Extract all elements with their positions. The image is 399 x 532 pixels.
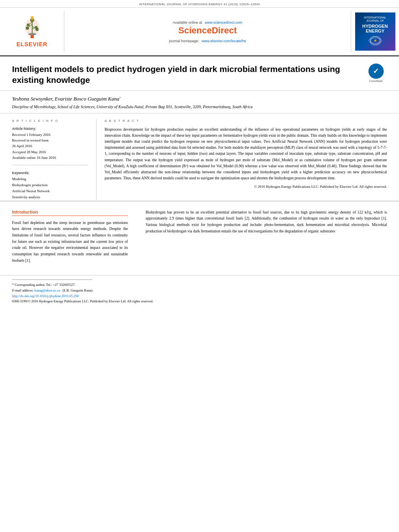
journal-homepage-url[interactable]: www.elsevier.com/locate/he xyxy=(202,39,246,43)
divider xyxy=(12,165,88,165)
crossmark-label: CrossMark xyxy=(369,80,383,82)
svg-point-17 xyxy=(374,39,376,41)
affiliation-text: Discipline of Microbiology, School of Li… xyxy=(12,104,387,110)
keyword-modeling: Modeling xyxy=(12,176,88,182)
abstract-header: A B S T R A C T xyxy=(105,119,387,123)
elsevier-logo-area: ELSEVIER xyxy=(0,11,64,52)
keywords-label: Keywords: xyxy=(12,171,88,175)
introduction-heading: Introduction xyxy=(12,210,128,216)
center-header: Available online at www.sciencedirect.co… xyxy=(64,11,351,52)
journal-title-text: INTERNATIONAL JOURNAL OF HYDROGEN ENERGY… xyxy=(139,2,260,6)
header-section: ELSEVIER Available online at www.science… xyxy=(0,8,399,56)
intro-left-text: Fossil fuel depletion and the steep incr… xyxy=(12,220,128,264)
svg-point-7 xyxy=(26,27,29,30)
authors-text: Yeshona Sewsynker, Evariste Bosco Guegui… xyxy=(12,96,121,102)
journal-logo-box: International Journal of HYDROGEN ENERGY xyxy=(355,12,395,51)
authors-line: Yeshona Sewsynker, Evariste Bosco Guegui… xyxy=(12,96,387,102)
article-info-column: A R T I C L E I N F O Article history: R… xyxy=(12,119,97,201)
two-column-section: A R T I C L E I N F O Article history: R… xyxy=(0,113,399,201)
doi-link[interactable]: http://dx.doi.org/10.1016/j.ijhydene.201… xyxy=(12,294,387,299)
introduction-section: Introduction Fossil fuel depletion and t… xyxy=(0,201,399,275)
accepted-date: Accepted 28 May 2016 xyxy=(12,149,88,155)
email-footnote: E-mail address: kanag@ukzn.ac.za (E.B. G… xyxy=(12,288,387,294)
abstract-copyright: © 2016 Hydrogen Energy Publications LLC.… xyxy=(105,185,387,189)
abstract-column: A B S T R A C T Bioprocess development f… xyxy=(97,119,387,201)
history-label: Article history: xyxy=(12,127,88,131)
journal-header-bar: INTERNATIONAL JOURNAL OF HYDROGEN ENERGY… xyxy=(0,0,399,8)
bottom-copyright: 0360-3199/© 2016 Hydrogen Energy Publica… xyxy=(12,299,387,304)
keyword-biohydrogen: Biohydrogen production xyxy=(12,182,88,188)
journal-homepage: journal homepage: www.elsevier.com/locat… xyxy=(169,39,246,43)
keyword-sensitivity: Sensitivity analysis xyxy=(12,194,88,200)
journal-logo-line2: HYDROGEN xyxy=(362,24,388,29)
revised-label: Received in revised form xyxy=(12,138,88,143)
authors-section: Yeshona Sewsynker, Evariste Bosco Guegui… xyxy=(0,91,399,113)
intro-right-column: Biohydrogen has proven to be an excellen… xyxy=(137,210,387,267)
crossmark-icon[interactable]: ✓ xyxy=(368,64,384,79)
corresponding-note: * Corresponding author. Tel.: +27 332605… xyxy=(12,282,387,288)
svg-point-9 xyxy=(27,23,29,26)
email-link[interactable]: kanag@ukzn.ac.za xyxy=(34,288,60,292)
sciencedirect-url[interactable]: www.sciencedirect.com xyxy=(205,21,243,25)
received-date: Received 1 February 2016 xyxy=(12,132,88,138)
article-title-section: Intelligent models to predict hydrogen y… xyxy=(0,56,399,91)
intro-left-column: Introduction Fossil fuel depletion and t… xyxy=(12,210,137,267)
footer-section: * Corresponding author. Tel.: +27 332605… xyxy=(0,275,399,307)
crossmark-badge[interactable]: ✓ CrossMark xyxy=(365,64,387,82)
intro-right-text: Biohydrogen has proven to be an excellen… xyxy=(146,210,387,235)
journal-logo-area: International Journal of HYDROGEN ENERGY xyxy=(351,11,399,52)
svg-point-12 xyxy=(28,33,36,35)
journal-logo-line1: International Journal of xyxy=(358,16,393,23)
available-online-label: Available online at www.sciencedirect.co… xyxy=(173,21,243,25)
keyword-ann: Artificial Neural Network xyxy=(12,188,88,194)
available-date: Available online 16 June 2016 xyxy=(12,155,88,160)
abstract-text: Bioprocess development for hydrogen prod… xyxy=(105,127,387,182)
elsevier-brand-text: ELSEVIER xyxy=(16,41,47,47)
revised-date: 26 April 2016 xyxy=(12,143,88,149)
svg-point-10 xyxy=(35,26,37,29)
journal-logo-line3: ENERGY xyxy=(366,29,384,33)
article-info-header: A R T I C L E I N F O xyxy=(12,119,88,123)
elsevier-tree-icon xyxy=(16,16,48,39)
atom-icon xyxy=(368,35,383,47)
article-title: Intelligent models to predict hydrogen y… xyxy=(12,64,365,86)
sciencedirect-brand: ScienceDirect xyxy=(178,25,237,36)
